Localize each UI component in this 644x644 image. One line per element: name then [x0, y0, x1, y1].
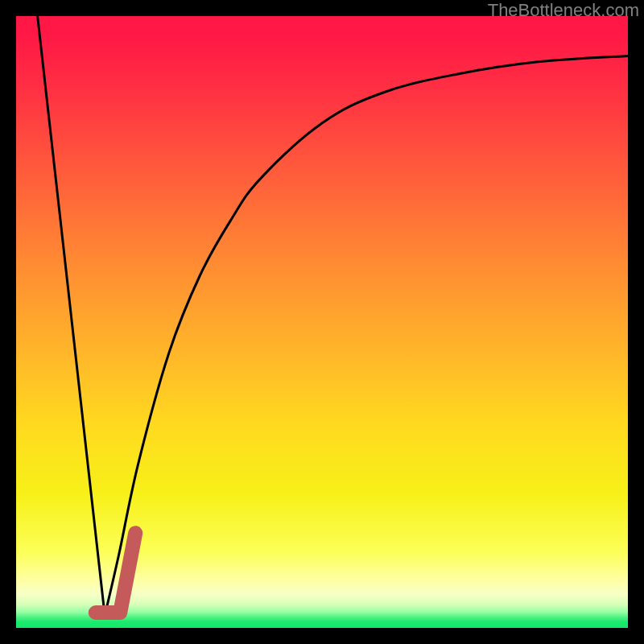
curves-svg — [16, 16, 628, 628]
plot-area — [16, 16, 628, 628]
watermark-text: TheBottleneck.com — [488, 0, 639, 21]
left-line — [38, 16, 105, 616]
chart-container: TheBottleneck.com — [0, 0, 644, 644]
right-curve — [105, 56, 628, 615]
